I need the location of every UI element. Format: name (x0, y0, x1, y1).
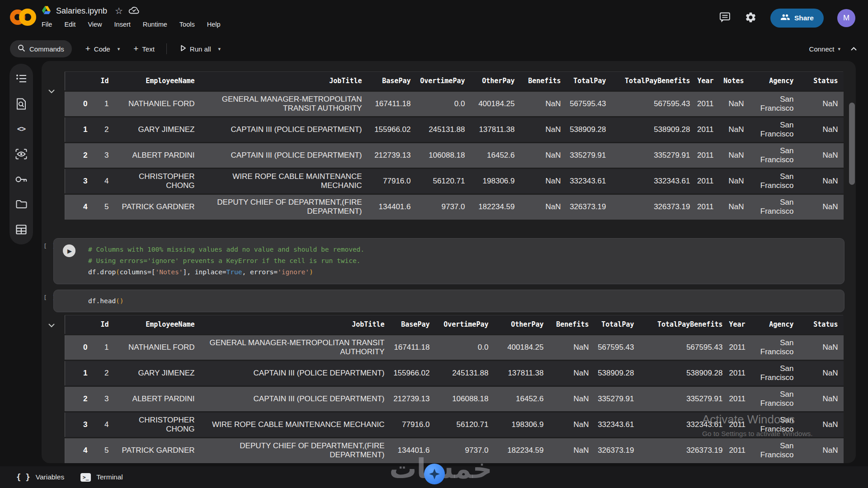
column-header: EmployeeName (114, 72, 200, 91)
settings-gear-icon[interactable] (745, 11, 757, 25)
collapse-output-icon[interactable] (48, 87, 55, 95)
cell: GENERAL MANAGER-METROPOLITAN TRANSIT AUT… (200, 91, 368, 117)
add-text-button[interactable]: + Text (133, 44, 155, 54)
cell: 332343.61 (566, 168, 612, 194)
variables-button[interactable]: { } Variables (16, 473, 64, 482)
column-header: Year (728, 315, 749, 334)
column-header: TotalPayBenefits (640, 315, 728, 334)
cell: 2011 (728, 386, 749, 412)
plus-icon: + (133, 44, 138, 54)
menu-view[interactable]: View (88, 21, 102, 28)
cell: 2011 (728, 360, 749, 386)
code-cell-1[interactable]: ▶ # Columns with 100% missing values add… (53, 238, 844, 284)
menu-insert[interactable]: Insert (114, 21, 131, 28)
cell: 567595.43 (566, 91, 612, 117)
cell: 3 (93, 386, 114, 412)
menu-file[interactable]: File (42, 21, 52, 28)
dataframe-table: IdEmployeeNameJobTitleBasePayOvertimePay… (65, 72, 844, 220)
vertical-scrollbar[interactable] (849, 103, 855, 185)
table-of-contents-icon[interactable] (15, 73, 27, 84)
cell: CHRISTOPHER CHONG (114, 412, 200, 437)
cell: 106088.18 (435, 386, 494, 412)
notebook-title[interactable]: Salaries.ipynb (56, 6, 107, 16)
cell: NaN (719, 117, 750, 142)
cell: NaN (799, 168, 844, 194)
row-index: 2 (65, 142, 93, 168)
cell: 2011 (728, 437, 749, 463)
dataframe-table: IdEmployeeNameJobTitleBasePayOvertimePay… (65, 315, 844, 463)
menu-tools[interactable]: Tools (179, 21, 195, 28)
find-and-replace-icon[interactable] (15, 98, 27, 110)
cell: 167411.18 (390, 334, 435, 360)
cell: NaN (520, 117, 566, 142)
collapse-output-icon[interactable] (48, 321, 55, 329)
avatar[interactable]: M (837, 9, 855, 27)
code-editor[interactable]: # Columns with 100% missing values add n… (88, 244, 364, 278)
toolbar-divider (166, 43, 167, 54)
vision-scan-icon[interactable] (15, 148, 27, 160)
cell: PATRICK GARDNER (114, 194, 200, 220)
cell: 212739.13 (368, 142, 416, 168)
secrets-key-icon[interactable] (15, 174, 27, 185)
cloud-saved-icon[interactable] (128, 5, 140, 17)
share-button[interactable]: Share (770, 9, 824, 28)
code-line: df.drop(columns=['Notes'], inplace=True,… (88, 267, 364, 278)
cell: 1 (93, 334, 114, 360)
cell: WIRE ROPE CABLE MAINTENANCE MECHANIC (200, 168, 368, 194)
run-all-button[interactable]: Run all ▾ (180, 45, 221, 53)
left-sidebar: <> (9, 64, 33, 244)
menu-help[interactable]: Help (207, 21, 221, 28)
cell: NaN (520, 194, 566, 220)
cell: NaN (719, 168, 750, 194)
cell: San Francisco (749, 437, 799, 463)
connect-button[interactable]: Connect ▾ (809, 45, 840, 53)
terminal-button[interactable]: >_ Terminal (80, 473, 123, 482)
cell: NaN (799, 117, 844, 142)
cell: San Francisco (750, 91, 799, 117)
connect-label: Connect (809, 45, 835, 53)
menu-runtime[interactable]: Runtime (143, 21, 167, 28)
row-index: 4 (65, 194, 93, 220)
code-snippets-icon[interactable]: <> (15, 123, 27, 135)
files-folder-icon[interactable] (15, 198, 27, 210)
cell: 2 (93, 360, 114, 386)
cell: CAPTAIN III (POLICE DEPARTMENT) (200, 360, 390, 386)
cell: 2011 (696, 194, 719, 220)
cell: GARY JIMENEZ (114, 117, 200, 142)
cell: 332343.61 (594, 412, 640, 437)
cell: San Francisco (749, 386, 799, 412)
column-header: OtherPay (471, 72, 520, 91)
chevron-down-icon[interactable]: ▾ (218, 46, 221, 52)
notebook-toolbar: Commands + Code ▾ + Text Run all ▾ Conne… (0, 36, 868, 61)
run-cell-button[interactable]: ▶ (63, 244, 75, 257)
menu-edit[interactable]: Edit (64, 21, 75, 28)
code-cell-2[interactable]: df.head() (53, 290, 844, 312)
data-table-icon[interactable] (15, 224, 27, 235)
column-header: OtherPay (494, 315, 549, 334)
comments-icon[interactable] (719, 11, 731, 25)
cell: 335279.91 (612, 142, 696, 168)
cell: San Francisco (750, 194, 799, 220)
collapse-toolbar-icon[interactable] (850, 45, 857, 53)
cell: 2011 (696, 168, 719, 194)
table-row: 45PATRICK GARDNERDEPUTY CHIEF OF DEPARTM… (65, 194, 844, 220)
row-index: 1 (65, 360, 93, 386)
commands-button[interactable]: Commands (10, 40, 72, 57)
chevron-down-icon[interactable]: ▾ (838, 46, 840, 52)
code-editor[interactable]: df.head() (88, 296, 124, 307)
cell: 326373.19 (640, 437, 728, 463)
cell: 1 (93, 91, 114, 117)
notebook-content-panel: IdEmployeeNameJobTitleBasePayOvertimePay… (42, 61, 856, 463)
colab-logo[interactable] (10, 7, 37, 27)
table-row: 23ALBERT PARDINICAPTAIN III (POLICE DEPA… (65, 142, 844, 168)
star-icon[interactable]: ☆ (115, 5, 123, 16)
chevron-down-icon[interactable]: ▾ (118, 46, 120, 52)
cell: NaN (719, 91, 750, 117)
cell: 335279.91 (640, 386, 728, 412)
dataframe-output-2: IdEmployeeNameJobTitleBasePayOvertimePay… (65, 315, 843, 463)
cell: 16452.6 (494, 386, 549, 412)
cell: NaN (549, 437, 594, 463)
add-code-button[interactable]: + Code ▾ (85, 44, 120, 54)
cell: NATHANIEL FORD (114, 334, 200, 360)
column-header (65, 72, 93, 91)
